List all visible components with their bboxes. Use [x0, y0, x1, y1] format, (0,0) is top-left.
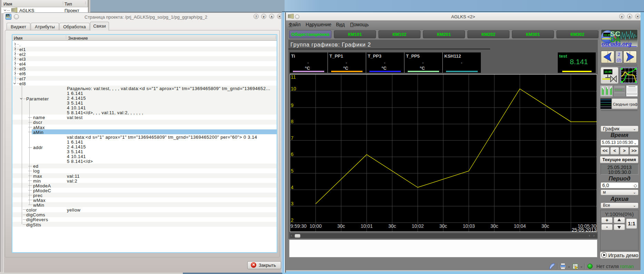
svg-text:10.95: 10.95: [604, 70, 612, 74]
svg-text:10:01: 10:01: [360, 223, 373, 229]
svg-text:9:59:30: 9:59:30: [290, 223, 307, 229]
svg-text:10:00: 10:00: [309, 223, 321, 229]
svg-text:30с: 30с: [542, 223, 549, 229]
svg-text:10:04: 10:04: [514, 223, 526, 229]
svg-text:30с: 30с: [491, 223, 498, 229]
svg-text:8: 8: [291, 119, 294, 124]
svg-text:4: 4: [291, 185, 294, 190]
svg-text:oscada.org: oscada.org: [602, 40, 632, 47]
svg-text:11: 11: [291, 74, 296, 80]
svg-text:10: 10: [291, 86, 296, 91]
svg-text:7: 7: [291, 135, 294, 141]
svg-text:2: 2: [291, 217, 294, 223]
svg-text:9: 9: [291, 102, 294, 108]
svg-text:10:03: 10:03: [463, 223, 475, 229]
svg-text:10.95: 10.95: [604, 33, 611, 37]
svg-text:30с: 30с: [439, 223, 447, 229]
svg-text:5: 5: [291, 168, 294, 174]
svg-text:25-05-2013: 25-05-2013: [572, 227, 596, 232]
svg-text:30с: 30с: [388, 223, 396, 229]
svg-text:30с: 30с: [337, 223, 345, 229]
svg-text:3: 3: [291, 201, 294, 206]
svg-text:10:02: 10:02: [412, 223, 424, 229]
svg-text:6: 6: [291, 151, 294, 157]
